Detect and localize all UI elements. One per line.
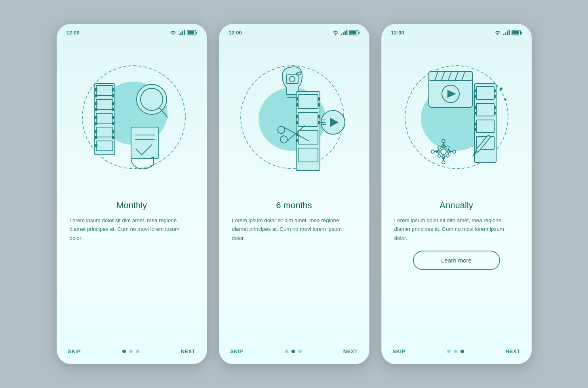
svg-rect-21 (95, 130, 97, 133)
card-desc-6months: Lorem ipsum dolor sit dim amet, mea regi… (232, 216, 356, 243)
svg-rect-106 (494, 95, 496, 98)
dot-1-2 (129, 350, 133, 353)
card-title-6months: 6 months (232, 200, 356, 211)
card-desc-annually: Lorem ipsum dolor sit dim amet, mea regi… (394, 216, 519, 243)
svg-rect-44 (350, 31, 356, 34)
status-bar-2: 12:00 (219, 24, 369, 38)
svg-rect-30 (112, 130, 114, 133)
svg-rect-105 (494, 89, 496, 92)
wifi-icon-3 (494, 30, 501, 35)
dot-3-3 (461, 350, 464, 353)
svg-rect-52 (296, 91, 320, 171)
signal-icon-2 (341, 30, 347, 35)
svg-rect-16 (95, 94, 97, 97)
svg-text:✦: ✦ (498, 85, 504, 93)
svg-rect-17 (95, 102, 97, 105)
status-icons-3 (494, 30, 522, 35)
main-container: 12:00 (57, 24, 532, 364)
svg-rect-79 (508, 30, 510, 35)
battery-icon-2 (349, 30, 360, 35)
svg-rect-82 (512, 31, 519, 34)
svg-rect-57 (297, 97, 299, 101)
next-button-2[interactable]: NEXT (343, 348, 358, 354)
illustration-6months (219, 38, 369, 196)
svg-rect-78 (507, 31, 508, 35)
svg-rect-6 (188, 31, 194, 34)
dot-1-3 (136, 350, 139, 353)
signal-icon-1 (179, 30, 185, 35)
svg-rect-25 (112, 94, 114, 97)
phone-card-6months: 12:00 (219, 24, 369, 364)
svg-rect-40 (344, 31, 346, 35)
dot-1-1 (122, 350, 126, 353)
skip-button-2[interactable]: SKIP (230, 348, 243, 354)
svg-rect-15 (95, 88, 97, 91)
svg-rect-22 (95, 136, 97, 139)
svg-rect-102 (475, 112, 477, 114)
svg-point-127 (442, 161, 445, 164)
svg-rect-65 (318, 115, 320, 118)
svg-rect-66 (318, 121, 320, 124)
dot-3-1 (447, 350, 451, 353)
svg-rect-108 (494, 112, 496, 114)
svg-rect-58 (297, 103, 299, 107)
status-bar-1: 12:00 (57, 24, 207, 38)
svg-rect-60 (297, 121, 299, 124)
battery-icon-1 (187, 30, 197, 35)
svg-rect-27 (112, 108, 114, 111)
svg-rect-26 (112, 102, 114, 105)
card-title-annually: Annually (394, 200, 519, 211)
svg-rect-18 (95, 108, 97, 111)
next-button-1[interactable]: NEXT (181, 348, 196, 354)
svg-point-115 (441, 149, 446, 154)
svg-rect-29 (112, 122, 114, 125)
svg-rect-99 (475, 89, 477, 92)
svg-rect-2 (182, 31, 183, 35)
dot-2-3 (298, 350, 302, 353)
svg-rect-76 (503, 34, 504, 35)
card-content-annually: Annually Lorem ipsum dolor sit dim amet,… (382, 196, 531, 270)
svg-rect-5 (196, 32, 197, 34)
illustration-monthly (57, 38, 207, 196)
svg-point-32 (137, 84, 167, 114)
svg-rect-3 (184, 30, 185, 35)
svg-rect-64 (318, 103, 320, 107)
dot-2-2 (291, 350, 295, 353)
next-button-3[interactable]: NEXT (506, 348, 520, 354)
card-desc-monthly: Lorem ipsum dolor sit dim amet, mea regi… (70, 216, 194, 243)
svg-rect-0 (179, 34, 180, 35)
nav-bar-1: SKIP NEXT (57, 341, 207, 364)
pagination-dots-3 (447, 350, 464, 353)
pagination-dots-1 (122, 350, 139, 353)
skip-button-1[interactable]: SKIP (68, 348, 81, 354)
card-content-6months: 6 months Lorem ipsum dolor sit dim amet,… (219, 196, 369, 243)
svg-rect-101 (475, 106, 477, 109)
battery-icon-3 (512, 30, 522, 35)
svg-rect-103 (475, 123, 477, 126)
svg-rect-43 (358, 32, 360, 34)
svg-rect-77 (505, 32, 506, 35)
card-title-monthly: Monthly (70, 200, 194, 211)
svg-rect-38 (341, 34, 342, 35)
svg-rect-39 (343, 32, 344, 35)
status-bar-3: 12:00 (382, 24, 531, 38)
svg-rect-62 (297, 139, 299, 142)
svg-rect-19 (95, 116, 97, 119)
wifi-icon-1 (169, 30, 177, 35)
status-icons-1 (169, 30, 197, 35)
svg-rect-23 (95, 144, 97, 147)
status-icons-2 (332, 30, 360, 35)
svg-rect-31 (112, 136, 114, 139)
learn-more-button[interactable]: Learn more (413, 251, 500, 270)
phone-card-annually: 12:00 (381, 24, 532, 364)
svg-rect-41 (346, 30, 347, 35)
skip-button-3[interactable]: SKIP (393, 348, 405, 354)
status-time-2: 12:00 (229, 30, 242, 36)
svg-point-124 (431, 150, 434, 153)
svg-rect-123 (445, 154, 449, 158)
status-time-1: 12:00 (67, 30, 80, 36)
dot-3-2 (454, 350, 457, 353)
svg-rect-20 (95, 122, 97, 125)
phone-card-monthly: 12:00 (57, 24, 207, 364)
svg-rect-100 (475, 95, 477, 98)
